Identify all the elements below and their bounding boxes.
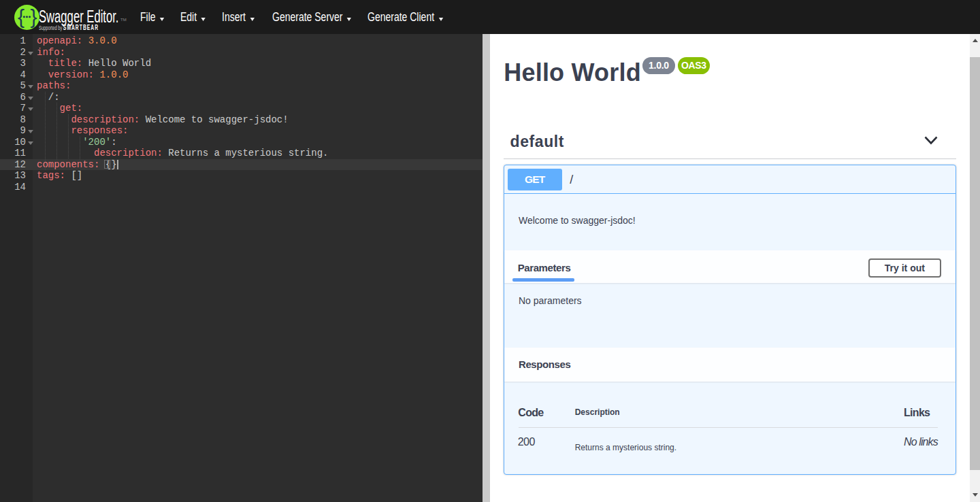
svg-text:}: } — [31, 5, 37, 28]
